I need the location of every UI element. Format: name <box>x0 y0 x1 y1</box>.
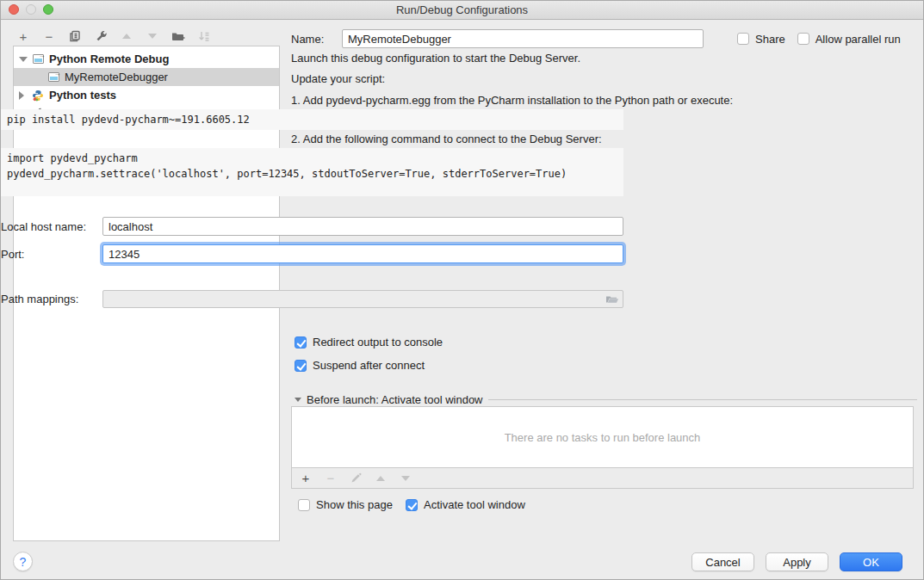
new-folder-icon[interactable] <box>171 29 185 43</box>
activate-tool-window-checkbox[interactable] <box>406 499 418 511</box>
remove-configuration-icon[interactable]: − <box>42 29 56 43</box>
tree-item-myremotedebugger[interactable]: → MyRemoteDebugger <box>14 68 279 86</box>
suspend-after-connect-checkbox[interactable] <box>295 360 307 372</box>
show-this-page-label: Show this page <box>316 498 393 511</box>
tree-item-label: Python tests <box>49 89 116 102</box>
ok-button[interactable]: OK <box>840 552 902 571</box>
activate-tool-window-label: Activate tool window <box>424 498 525 511</box>
add-task-icon[interactable]: + <box>299 472 313 485</box>
local-host-row: Local host name: <box>1 217 623 236</box>
tree-item-label: Python Remote Debug <box>49 52 169 65</box>
configurations-toolbar: + − <box>16 27 211 46</box>
path-mappings-input[interactable] <box>102 290 623 308</box>
before-launch-toolbar: + − <box>291 468 914 489</box>
port-row: Port: <box>1 244 623 263</box>
suspend-after-connect-label: Suspend after connect <box>313 359 425 372</box>
cancel-button[interactable]: Cancel <box>691 552 754 571</box>
edit-task-pencil-icon <box>349 472 363 485</box>
name-input[interactable] <box>342 29 704 48</box>
redirect-output-checkbox-group[interactable]: Redirect output to console <box>295 336 443 349</box>
show-this-page-checkbox[interactable] <box>298 499 310 511</box>
minimize-window-button <box>26 4 36 15</box>
section-divider <box>488 399 917 400</box>
edit-defaults-wrench-icon[interactable] <box>94 29 108 43</box>
allow-parallel-checkbox-group[interactable]: Allow parallel run <box>797 33 901 46</box>
python-tests-icon <box>31 89 45 102</box>
tree-item-python-tests[interactable]: Python tests <box>14 86 279 104</box>
suspend-after-connect-checkbox-group[interactable]: Suspend after connect <box>295 359 425 372</box>
name-label: Name: <box>291 33 332 46</box>
window-title: Run/Debug Configurations <box>396 3 528 16</box>
redirect-output-checkbox[interactable] <box>295 336 307 349</box>
show-this-page-checkbox-group[interactable]: Show this page <box>298 498 393 511</box>
local-host-name-input[interactable] <box>102 217 623 236</box>
zoom-window-button[interactable] <box>43 4 53 15</box>
before-launch-task-list[interactable]: There are no tasks to run before launch <box>291 406 914 468</box>
copy-configuration-icon[interactable] <box>68 29 82 43</box>
before-launch-title: Before launch: Activate tool window <box>307 393 483 406</box>
share-checkbox[interactable] <box>737 33 749 45</box>
update-script-text: Update your script: <box>291 72 385 85</box>
local-host-name-label: Local host name: <box>1 220 102 233</box>
remove-task-icon: − <box>324 472 338 485</box>
help-icon: ? <box>20 555 27 569</box>
browse-folder-icon[interactable] <box>605 293 619 308</box>
apply-button[interactable]: Apply <box>766 552 828 571</box>
collapse-arrow-icon[interactable] <box>19 91 28 100</box>
collapse-section-icon[interactable] <box>295 398 301 402</box>
pip-install-code[interactable]: pip install pydevd-pycharm~=191.6605.12 <box>1 109 623 130</box>
sort-configurations-icon <box>197 29 211 43</box>
step2-text: 2. Add the following command to connect … <box>291 133 602 145</box>
move-down-icon <box>146 29 159 43</box>
add-configuration-icon[interactable]: + <box>16 29 30 43</box>
path-mappings-row: Path mappings: <box>1 290 623 308</box>
before-launch-header[interactable]: Before launch: Activate tool window <box>295 393 917 406</box>
name-row: Name: Share Allow parallel run <box>291 28 914 49</box>
expand-arrow-icon[interactable] <box>19 57 28 62</box>
tree-item-python-remote-debug[interactable]: → Python Remote Debug <box>14 50 279 68</box>
dialog-buttons: Cancel Apply OK <box>691 552 902 571</box>
run-debug-configurations-dialog: Run/Debug Configurations + − → Python Re… <box>0 0 924 580</box>
title-bar[interactable]: Run/Debug Configurations <box>1 1 923 20</box>
settrace-code[interactable]: import pydevd_pycharm pydevd_pycharm.set… <box>1 148 623 196</box>
task-move-up-icon <box>374 472 388 485</box>
port-label: Port: <box>1 248 102 261</box>
activate-tool-window-checkbox-group[interactable]: Activate tool window <box>406 498 525 511</box>
traffic-lights <box>9 4 53 15</box>
move-up-icon <box>120 29 133 43</box>
remote-debug-icon: → <box>31 53 45 65</box>
share-checkbox-group[interactable]: Share <box>737 33 785 46</box>
redirect-output-label: Redirect output to console <box>313 336 443 349</box>
step1-text: 1. Add pydevd-pycharm.egg from the PyCha… <box>291 94 733 107</box>
port-input[interactable] <box>102 244 623 263</box>
close-window-button[interactable] <box>9 4 19 15</box>
tree-item-label: MyRemoteDebugger <box>65 71 168 83</box>
empty-tasks-text: There are no tasks to run before launch <box>505 431 701 444</box>
intro-text: Launch this debug configuration to start… <box>291 52 580 65</box>
allow-parallel-run-checkbox[interactable] <box>797 33 809 45</box>
share-label: Share <box>755 33 785 46</box>
help-button[interactable]: ? <box>13 552 33 571</box>
task-move-down-icon <box>399 472 412 485</box>
path-mappings-label: Path mappings: <box>1 293 102 305</box>
allow-parallel-run-label: Allow parallel run <box>815 33 901 46</box>
remote-debug-icon: → <box>47 71 60 83</box>
